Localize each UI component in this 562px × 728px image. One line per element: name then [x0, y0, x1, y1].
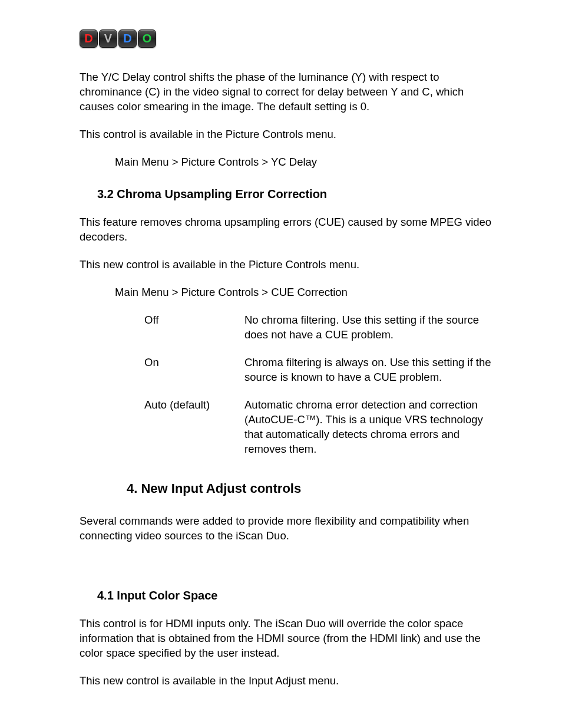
logo-letter-d: D — [118, 29, 137, 48]
paragraph-color-space: This control is for HDMI inputs only. Th… — [80, 617, 494, 661]
option-label: Auto (default) — [144, 398, 244, 457]
option-label: Off — [144, 313, 244, 342]
heading-input-color-space: 4.1 Input Color Space — [80, 588, 494, 604]
option-row-off: Off No chroma filtering. Use this settin… — [80, 313, 494, 342]
breadcrumb-cue: Main Menu > Picture Controls > CUE Corre… — [80, 285, 494, 300]
option-row-auto: Auto (default) Automatic chroma error de… — [80, 398, 494, 457]
paragraph-cue-availability: This new control is available in the Pic… — [80, 258, 494, 272]
paragraph-availability: This control is available in the Picture… — [80, 127, 494, 142]
logo-letter-o: O — [138, 29, 156, 48]
option-description: Chroma filtering is always on. Use this … — [244, 355, 494, 385]
dvdo-logo: D V D O — [80, 29, 494, 48]
paragraph-color-space-availability: This new control is available in the Inp… — [80, 674, 494, 689]
option-description: No chroma filtering. Use this setting if… — [244, 313, 494, 342]
heading-new-input-adjust: 4. New Input Adjust controls — [80, 480, 494, 498]
option-row-on: On Chroma filtering is always on. Use th… — [80, 355, 494, 385]
paragraph-cue-intro: This feature removes chroma upsampling e… — [80, 215, 494, 245]
paragraph-yc-delay: The Y/C Delay control shifts the phase o… — [80, 70, 494, 114]
heading-chroma-upsampling: 3.2 Chroma Upsampling Error Correction — [80, 186, 494, 202]
option-description: Automatic chroma error detection and cor… — [244, 398, 494, 457]
logo-letter-v: V — [99, 29, 117, 48]
option-label: On — [144, 355, 244, 385]
logo-letter-d: D — [80, 29, 98, 48]
breadcrumb-yc-delay: Main Menu > Picture Controls > YC Delay — [80, 155, 494, 170]
paragraph-input-adjust-intro: Several commands were added to provide m… — [80, 514, 494, 543]
